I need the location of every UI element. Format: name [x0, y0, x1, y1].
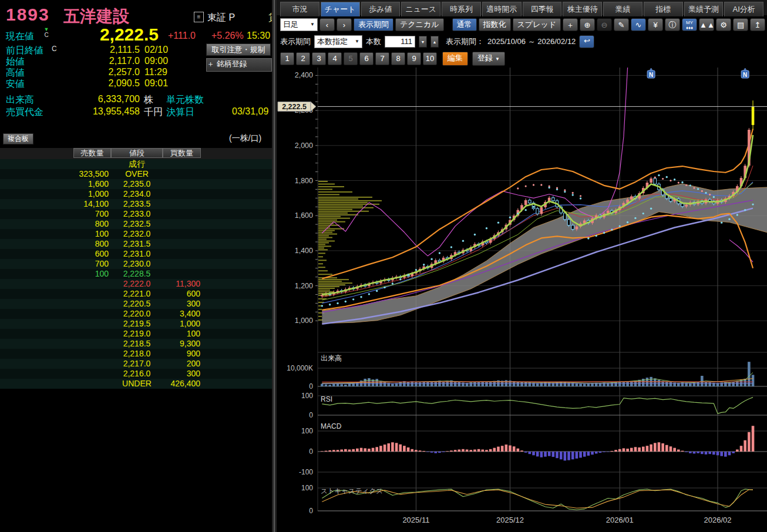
my-chart-icon[interactable]: MY♦♦♦ [682, 18, 697, 31]
price-level[interactable]: 2,220.5 [111, 299, 163, 309]
preset-5[interactable]: 5 [344, 52, 358, 65]
display-period-button[interactable]: 表示期間 [354, 18, 393, 31]
order-book-row[interactable]: 2,222.011,300 [0, 279, 272, 289]
preset-7[interactable]: 7 [375, 52, 389, 65]
chart-canvas[interactable]: NN2,4002,2002,0001,8001,6001,4001,2001,0… [277, 66, 767, 532]
candlestick-chart[interactable]: NN2,4002,2002,0001,8001,6001,4001,2001,0… [277, 66, 767, 532]
period-select[interactable]: 日足▼ [280, 18, 318, 31]
order-book-row[interactable]: 14,1002,233.5 [0, 199, 272, 209]
order-book-row[interactable]: UNDER426,400 [0, 379, 272, 389]
tab-指標[interactable]: 指標 [644, 2, 683, 16]
preset-3[interactable]: 3 [312, 52, 326, 65]
order-book-row[interactable]: 8002,231.5 [0, 239, 272, 249]
prev-button[interactable]: ‹ [319, 18, 335, 31]
order-book-row[interactable]: 1002,232.0 [0, 229, 272, 239]
price-level[interactable]: 2,233.5 [111, 199, 163, 209]
price-level[interactable]: 成行 [111, 159, 163, 169]
order-book-row[interactable]: 2,220.5300 [0, 299, 272, 309]
price-level[interactable]: OVER [111, 169, 163, 179]
price-level[interactable]: 2,220.0 [111, 309, 163, 319]
zoom-out-icon[interactable]: ⊖ [597, 18, 612, 31]
order-book-row[interactable]: 323,500OVER [0, 169, 272, 179]
price-level[interactable]: 2,218.0 [111, 349, 163, 359]
price-level[interactable]: 2,230.0 [111, 259, 163, 269]
news-marker-icon[interactable]: N [647, 68, 655, 78]
preset-8[interactable]: 8 [391, 52, 405, 65]
tab-チャート[interactable]: チャート [321, 2, 360, 16]
export-icon[interactable]: ↥ [750, 18, 765, 31]
tab-歩み値[interactable]: 歩み値 [361, 2, 401, 16]
order-book-row[interactable]: 8002,232.5 [0, 219, 272, 229]
price-level[interactable]: 2,233.0 [111, 209, 163, 219]
price-level[interactable]: 2,218.5 [111, 339, 163, 349]
price-level[interactable]: 2,232.5 [111, 219, 163, 229]
info-icon[interactable]: ⓘ [665, 18, 680, 31]
preset-2[interactable]: 2 [296, 52, 310, 65]
tab-四季報[interactable]: 四季報 [523, 2, 562, 16]
edit-button[interactable]: 編集 [442, 52, 468, 66]
price-level[interactable]: 2,232.0 [111, 229, 163, 239]
composite-board-button[interactable]: 複合板 [3, 133, 33, 144]
tab-時系列[interactable]: 時系列 [442, 2, 481, 16]
mountain-chart-icon[interactable]: ▲▲ [699, 18, 714, 31]
tab-株主優待[interactable]: 株主優待 [563, 2, 602, 16]
tab-業績予測[interactable]: 業績予測 [684, 2, 724, 16]
order-book-row[interactable]: 2,216.0300 [0, 369, 272, 379]
order-book-row[interactable]: 成行 [0, 159, 272, 169]
register-symbol-button[interactable]: ＋ 銘柄登録 [206, 58, 272, 72]
tab-AI分析[interactable]: AI分析 [724, 2, 763, 16]
normal-button[interactable]: 通常 [452, 18, 477, 31]
order-book-row[interactable]: 2,221.0600 [0, 289, 272, 299]
price-level[interactable]: 2,228.5 [111, 269, 163, 279]
indexed-button[interactable]: 指数化 [479, 18, 511, 31]
printer-icon[interactable]: ▤ [733, 18, 748, 31]
price-level[interactable]: 2,221.0 [111, 289, 163, 299]
tab-適時開示[interactable]: 適時開示 [482, 2, 522, 16]
order-book-row[interactable]: 2,220.03,400 [0, 309, 272, 319]
chart-cursor-icon[interactable]: ∿ [631, 18, 646, 31]
undo-icon[interactable]: ↩ [579, 35, 594, 48]
trade-caution-button[interactable]: 取引注意・規制 [206, 43, 271, 56]
order-book-row[interactable]: 2,219.0100 [0, 329, 272, 339]
price-level[interactable]: 2,216.0 [111, 369, 163, 379]
price-level[interactable]: 2,231.0 [111, 249, 163, 259]
order-book-row[interactable]: 2,218.59,300 [0, 339, 272, 349]
technical-button[interactable]: テクニカル [395, 18, 444, 31]
order-book-row[interactable]: 1,0002,234.0 [0, 189, 272, 199]
order-book-row[interactable]: 7002,230.0 [0, 259, 272, 269]
order-book-row[interactable]: 2,217.0200 [0, 359, 272, 369]
price-level[interactable]: 2,219.0 [111, 329, 163, 339]
wrench-icon[interactable]: ⚙ [716, 18, 731, 31]
order-book-row[interactable]: 2,219.51,000 [0, 319, 272, 329]
order-book-row[interactable]: 1,6002,235.0 [0, 179, 272, 189]
tab-市況[interactable]: 市況 [280, 2, 319, 16]
tab-ニュース[interactable]: ニュース [401, 2, 440, 16]
register-button[interactable]: 登録▼ [472, 52, 505, 66]
spin-down-button[interactable]: ▼ [419, 36, 427, 48]
order-book-row[interactable]: 2,218.0900 [0, 349, 272, 359]
bar-count-mode-select[interactable]: 本数指定▼ [314, 35, 362, 48]
tab-業績[interactable]: 業績 [603, 2, 642, 16]
bar-count-input[interactable]: 111 [385, 36, 415, 48]
next-button[interactable]: › [337, 18, 352, 31]
order-book-row[interactable]: 7002,233.0 [0, 209, 272, 219]
preset-4[interactable]: 4 [328, 52, 342, 65]
price-level[interactable]: UNDER [111, 379, 163, 389]
price-level[interactable]: 2,222.0 [111, 279, 163, 289]
spread-button[interactable]: スプレッド [513, 18, 561, 31]
price-level[interactable]: 2,231.5 [111, 239, 163, 249]
zoom-in-icon[interactable]: ⊕ [580, 18, 595, 31]
preset-1[interactable]: 1 [280, 52, 294, 65]
panel-divider[interactable] [272, 0, 277, 532]
pencil-icon[interactable]: ✎ [614, 18, 629, 31]
preset-6[interactable]: 6 [359, 52, 374, 65]
price-level[interactable]: 2,217.0 [111, 359, 163, 369]
preset-10[interactable]: 10 [423, 52, 437, 65]
crosshair-plus-icon[interactable]: ＋ [563, 18, 578, 31]
yen-icon[interactable]: ¥ [648, 18, 663, 31]
price-level[interactable]: 2,235.0 [111, 179, 163, 189]
preset-9[interactable]: 9 [407, 52, 421, 65]
order-book-row[interactable]: 1002,228.5 [0, 269, 272, 279]
spin-up-button[interactable]: ▲ [430, 36, 439, 48]
news-marker-icon[interactable]: N [741, 68, 749, 78]
